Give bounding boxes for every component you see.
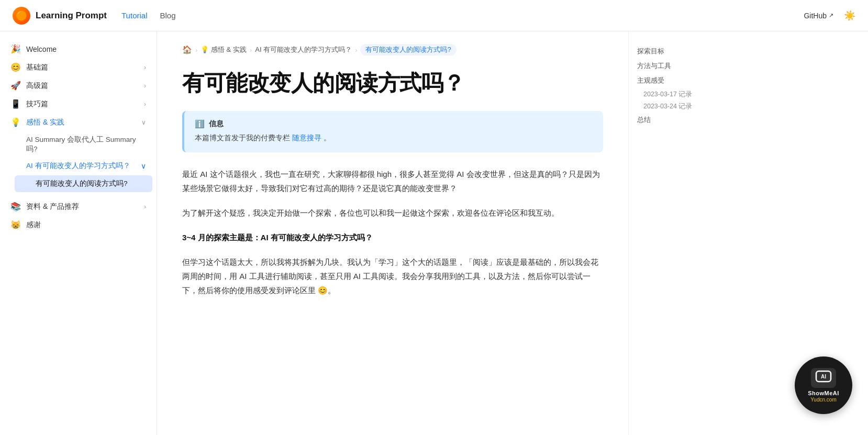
article-title: 有可能改变人的阅读方式吗？ (182, 70, 603, 96)
sidebar-item-label: 感谢 (26, 220, 41, 230)
advanced-icon: 🚀 (10, 81, 21, 91)
main-content: 🏠 › 💡 感悟 & 实践 › AI 有可能改变人的学习方式吗？ › 有可能改变… (157, 31, 628, 435)
sidebar-item-label: 高级篇 (26, 81, 48, 91)
info-box-title: 信息 (209, 119, 224, 129)
sidebar-item-welcome[interactable]: 🎉 Welcome (0, 40, 157, 58)
sidebar-item-advanced[interactable]: 🚀 高级篇 › (0, 76, 157, 95)
sidebar-item-label: 资料 & 产品推荐 (26, 202, 79, 211)
sidebar-item-thanks[interactable]: 😸 感谢 (0, 216, 157, 234)
info-text-after: 。 (324, 133, 331, 142)
sidebar-item-basics[interactable]: 😊 基础篇 › (0, 58, 157, 76)
resources-icon: 📚 (10, 202, 21, 211)
github-link[interactable]: GitHub ↗ (804, 12, 833, 20)
insights-crumb-icon: 💡 (201, 46, 211, 53)
info-box-header: ℹ️ 信息 (195, 119, 593, 129)
toc-item-3[interactable]: 2023-03-17 记录 (637, 88, 725, 101)
info-text-before: 本篇博文首发于我的付费专栏 (195, 133, 290, 142)
toc-panel: 探索目标 方法与工具 主观感受 2023-03-17 记录 2023-03-24… (628, 31, 733, 435)
logo[interactable]: 🟠 Learning Prompt (13, 7, 107, 25)
toc-item-0[interactable]: 探索目标 (637, 44, 725, 59)
sidebar-sub-ailearn[interactable]: AI 有可能改变人的学习方式吗？ ∨ (10, 158, 157, 174)
showme-text: ShowMeAI (808, 390, 839, 396)
sun-icon: ☀️ (844, 10, 855, 21)
showme-icon-area: AI (811, 368, 836, 388)
breadcrumb-ailearn[interactable]: AI 有可能改变人的学习方式吗？ (255, 45, 352, 54)
toc-item-5[interactable]: 总结 (637, 113, 725, 127)
nav-right: GitHub ↗ ☀️ (804, 10, 855, 21)
article-para-bold: 3~4 月的探索主题是：AI 有可能改变人的学习方式吗？ (182, 230, 603, 244)
svg-text:AI: AI (821, 374, 826, 380)
chevron-down-icon: ∨ (141, 162, 146, 170)
home-icon[interactable]: 🏠 (182, 45, 192, 54)
insights-icon: 💡 (10, 117, 21, 127)
sidebar-item-tips[interactable]: 📱 技巧篇 › (0, 95, 157, 113)
nav-tutorial[interactable]: Tutorial (121, 11, 147, 20)
nav-blog[interactable]: Blog (160, 11, 175, 20)
sidebar-sub-label: AI Summary 会取代人工 Summary 吗? (26, 135, 146, 154)
welcome-icon: 🎉 (10, 44, 21, 54)
breadcrumb-sep: › (355, 46, 357, 54)
article-para-1: 最近 AI 这个话题很火，我也一直在研究，大家聊得都很 high，很多人甚至觉得… (182, 167, 603, 195)
sidebar-sub-insights: AI Summary 会取代人工 Summary 吗? AI 有可能改变人的学习… (0, 131, 157, 192)
showme-sub: Yudcn.com (810, 397, 836, 403)
logo-icon: 🟠 (13, 7, 30, 25)
sidebar-leaf-label: 有可能改变人的阅读方式吗? (36, 180, 128, 187)
sidebar-item-insights[interactable]: 💡 感悟 & 实践 ∨ (0, 113, 157, 131)
breadcrumb-sep: › (250, 46, 252, 54)
breadcrumb-sep: › (195, 46, 197, 54)
toc-item-1[interactable]: 方法与工具 (637, 59, 725, 73)
sidebar-leaf-reading[interactable]: 有可能改变人的阅读方式吗? (15, 175, 152, 192)
chevron-right-icon: › (144, 101, 146, 108)
sidebar-item-label: 技巧篇 (26, 99, 48, 109)
main-layout: 🎉 Welcome 😊 基础篇 › 🚀 高级篇 › 📱 技巧篇 › 💡 感悟 &… (0, 31, 868, 435)
article-para-2: 为了解开这个疑惑，我决定开始做一个探索，各位也可以和我一起做这个探索，欢迎各位在… (182, 206, 603, 220)
ai-icon: AI (815, 372, 832, 385)
chevron-right-icon: › (144, 82, 146, 90)
toc-item-2[interactable]: 主观感受 (637, 73, 725, 88)
chevron-down-icon: ∨ (141, 119, 146, 126)
breadcrumb: 🏠 › 💡 感悟 & 实践 › AI 有可能改变人的学习方式吗？ › 有可能改变… (182, 44, 603, 55)
thanks-icon: 😸 (10, 220, 21, 230)
breadcrumb-current: 有可能改变人的阅读方式吗? (360, 44, 456, 55)
info-box-text: 本篇博文首发于我的付费专栏 随意搜寻 。 (195, 132, 593, 143)
sidebar: 🎉 Welcome 😊 基础篇 › 🚀 高级篇 › 📱 技巧篇 › 💡 感悟 &… (0, 31, 157, 435)
sidebar-item-label: 基础篇 (26, 63, 48, 72)
insights-crumb-label: 感悟 & 实践 (211, 46, 247, 53)
info-icon: ℹ️ (195, 119, 205, 129)
theme-toggle-button[interactable]: ☀️ (844, 10, 855, 21)
toc-item-4[interactable]: 2023-03-24 记录 (637, 101, 725, 113)
sidebar-item-label: Welcome (26, 45, 57, 53)
nav-links: Tutorial Blog (121, 11, 176, 20)
tips-icon: 📱 (10, 99, 21, 109)
showme-badge[interactable]: AI ShowMeAI Yudcn.com (795, 356, 852, 414)
sidebar-item-label: 感悟 & 实践 (26, 118, 64, 127)
sidebar-sub-aisummary[interactable]: AI Summary 会取代人工 Summary 吗? (10, 131, 157, 158)
logo-text: Learning Prompt (36, 10, 107, 21)
article-para-4: 但学习这个话题太大，所以我将其拆解为几块。我认为「学习」这个大的话题里，「阅读」… (182, 255, 603, 297)
github-label: GitHub (804, 12, 827, 20)
info-box-link[interactable]: 随意搜寻 (292, 133, 321, 142)
chevron-right-icon: › (144, 203, 146, 210)
sidebar-sub-label: AI 有可能改变人的学习方式吗？ (26, 161, 130, 171)
basics-icon: 😊 (10, 62, 21, 72)
breadcrumb-insights[interactable]: 💡 感悟 & 实践 (201, 45, 247, 54)
chevron-right-icon: › (144, 64, 146, 71)
external-link-icon: ↗ (829, 12, 833, 19)
top-nav: 🟠 Learning Prompt Tutorial Blog GitHub ↗… (0, 0, 868, 31)
sidebar-item-resources[interactable]: 📚 资料 & 产品推荐 › (0, 197, 157, 216)
info-box: ℹ️ 信息 本篇博文首发于我的付费专栏 随意搜寻 。 (182, 111, 603, 152)
